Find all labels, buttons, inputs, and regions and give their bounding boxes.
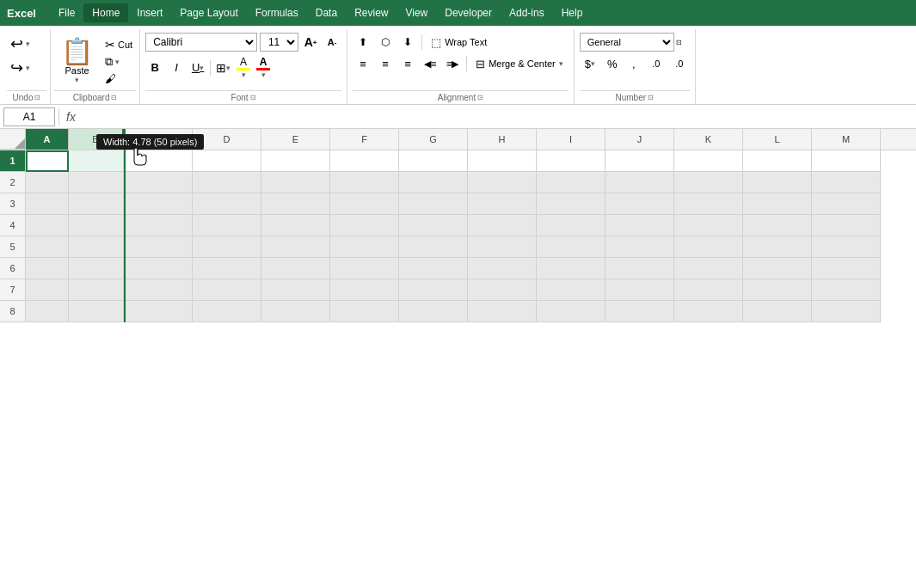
cell-D2[interactable] [193, 172, 261, 193]
underline-button[interactable]: U ▾ [188, 58, 207, 77]
menu-item-file[interactable]: File [50, 3, 83, 22]
menu-item-insert[interactable]: Insert [128, 3, 171, 22]
cell-C2[interactable] [124, 172, 193, 193]
cell-B2[interactable] [69, 172, 124, 193]
row-header-2[interactable]: 2 [0, 172, 25, 193]
font-color-button[interactable]: A ▾ [255, 54, 272, 81]
copy-button[interactable]: ⧉ ▾ [101, 53, 136, 70]
increase-decimal-button[interactable]: .0 [646, 54, 667, 73]
cell-M2[interactable] [812, 172, 881, 193]
paste-button[interactable]: 📋 Paste ▾ [54, 33, 100, 90]
menu-item-data[interactable]: Data [307, 3, 346, 22]
redo-button[interactable]: ↪ ▾ [7, 57, 46, 79]
font-size-select[interactable]: 11 [260, 33, 298, 52]
fill-color-dropdown-arrow[interactable]: ▾ [242, 70, 246, 79]
col-header-E[interactable]: E [261, 129, 330, 150]
wrap-text-button[interactable]: ⬚ Wrap Text [426, 33, 492, 52]
align-left-button[interactable]: ≡ [353, 54, 373, 73]
font-expand-icon[interactable]: ⊡ [250, 94, 256, 101]
cell-D1[interactable] [193, 150, 261, 172]
alignment-expand-icon[interactable]: ⊡ [477, 94, 483, 101]
cell-K1[interactable] [674, 150, 743, 172]
percent-button[interactable]: % [603, 54, 622, 73]
italic-button[interactable]: I [167, 58, 186, 77]
cell-L2[interactable] [743, 172, 812, 193]
cell-C1[interactable] [124, 150, 193, 172]
fill-color-button[interactable]: A ▾ [235, 54, 252, 81]
select-all-button[interactable] [0, 129, 26, 150]
cell-K2[interactable] [674, 172, 743, 193]
cell-H1[interactable] [468, 150, 537, 172]
col-header-M[interactable]: M [812, 129, 881, 150]
cell-A3[interactable] [26, 193, 69, 215]
redo-dropdown-arrow[interactable]: ▾ [26, 64, 30, 72]
font-color-dropdown-arrow[interactable]: ▾ [261, 70, 266, 79]
cell-E2[interactable] [261, 172, 330, 193]
currency-button[interactable]: $ ▾ [580, 54, 600, 73]
menu-item-help[interactable]: Help [553, 3, 592, 22]
row-header-4[interactable]: 4 [0, 215, 25, 236]
cell-J2[interactable] [606, 172, 674, 193]
undo-expand-icon[interactable]: ⊡ [34, 94, 40, 101]
paste-dropdown-arrow[interactable]: ▾ [75, 76, 79, 84]
comma-button[interactable]: , [624, 54, 643, 73]
format-painter-button[interactable]: 🖌 [101, 70, 136, 87]
align-middle-button[interactable]: ⬡ [375, 33, 396, 52]
row-header-3[interactable]: 3 [0, 193, 25, 215]
number-expand-icon[interactable]: ⊡ [676, 39, 682, 46]
cell-I2[interactable] [537, 172, 606, 193]
cell-ref-input[interactable] [3, 107, 55, 126]
cut-button[interactable]: ✂ Cut [101, 36, 136, 53]
font-name-select[interactable]: Calibri [145, 33, 257, 52]
increase-font-button[interactable]: A+ [301, 33, 320, 52]
cell-H2[interactable] [468, 172, 537, 193]
bold-button[interactable]: B [145, 58, 164, 77]
cell-B3[interactable] [69, 193, 124, 215]
decrease-decimal-button[interactable]: .0 [669, 54, 690, 73]
menu-item-review[interactable]: Review [346, 3, 397, 22]
col-header-L[interactable]: L [743, 129, 812, 150]
fx-button[interactable]: fx [63, 110, 79, 124]
col-header-A[interactable]: A [26, 129, 69, 150]
align-bottom-button[interactable]: ⬇ [397, 33, 418, 52]
row-header-6[interactable]: 6 [0, 258, 25, 279]
menu-item-developer[interactable]: Developer [436, 3, 501, 22]
menu-item-formulas[interactable]: Formulas [247, 3, 307, 22]
menu-item-addins[interactable]: Add-ins [501, 3, 553, 22]
cell-A1[interactable] [26, 150, 69, 172]
cell-B1[interactable] [69, 150, 124, 172]
col-header-I[interactable]: I [537, 129, 606, 150]
cell-A2[interactable] [26, 172, 69, 193]
undo-button[interactable]: ↩ ▾ [7, 33, 46, 55]
undo-dropdown-arrow[interactable]: ▾ [26, 40, 30, 48]
menu-item-page-layout[interactable]: Page Layout [171, 3, 246, 22]
row-header-7[interactable]: 7 [0, 279, 25, 301]
cell-G2[interactable] [399, 172, 468, 193]
cell-M1[interactable] [812, 150, 881, 172]
align-center-button[interactable]: ≡ [375, 54, 396, 73]
cell-I1[interactable] [537, 150, 606, 172]
row-header-8[interactable]: 8 [0, 301, 25, 322]
number-expand-icon2[interactable]: ⊡ [648, 94, 654, 101]
row-header-5[interactable]: 5 [0, 236, 25, 258]
menu-item-view[interactable]: View [397, 3, 436, 22]
copy-dropdown-arrow[interactable]: ▾ [115, 58, 120, 66]
col-header-J[interactable]: J [606, 129, 674, 150]
borders-button[interactable]: ⊞ ▾ [213, 58, 232, 77]
merge-center-dropdown-arrow[interactable]: ▾ [559, 59, 563, 68]
cell-F1[interactable] [330, 150, 399, 172]
number-format-select[interactable]: General [580, 33, 674, 52]
formula-input[interactable] [83, 107, 913, 126]
decrease-indent-button[interactable]: ◀≡ [420, 54, 440, 73]
borders-dropdown-arrow[interactable]: ▾ [226, 64, 231, 72]
col-header-K[interactable]: K [674, 129, 743, 150]
cell-L1[interactable] [743, 150, 812, 172]
currency-dropdown-arrow[interactable]: ▾ [591, 59, 595, 68]
menu-item-home[interactable]: Home [83, 3, 128, 22]
clipboard-expand-icon[interactable]: ⊡ [111, 94, 117, 101]
underline-dropdown-arrow[interactable]: ▾ [200, 64, 204, 72]
align-right-button[interactable]: ≡ [397, 54, 418, 73]
col-header-F[interactable]: F [330, 129, 399, 150]
cell-E1[interactable] [261, 150, 330, 172]
col-header-H[interactable]: H [468, 129, 537, 150]
